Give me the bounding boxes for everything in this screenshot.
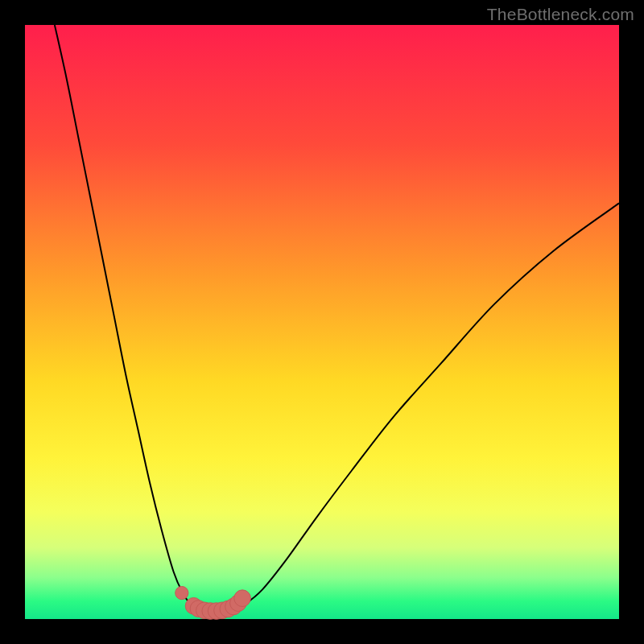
marker-dot [175, 586, 188, 599]
chart-frame: TheBottleneck.com [0, 0, 644, 644]
curves-svg [25, 25, 619, 619]
left-curve [55, 25, 197, 609]
right-curve [233, 203, 619, 609]
marker-group [175, 586, 251, 619]
watermark-label: TheBottleneck.com [487, 5, 634, 24]
marker-dot [234, 590, 251, 607]
plot-area [25, 25, 619, 619]
